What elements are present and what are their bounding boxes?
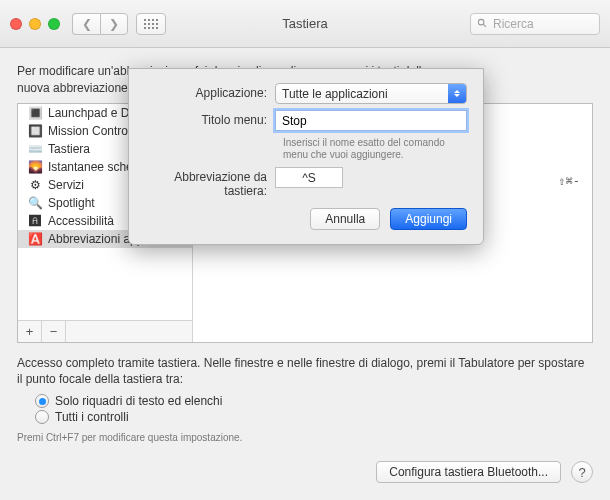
search-field[interactable]: Ricerca (470, 13, 600, 35)
application-label: Applicazione: (145, 83, 275, 100)
window-controls (10, 18, 60, 30)
radio-indicator (35, 410, 49, 424)
launchpad-icon: 🔳 (28, 106, 42, 120)
shortcut-label: Abbreviazione da tastiera: (145, 167, 275, 198)
add-button[interactable]: Aggiungi (390, 208, 467, 230)
app-shortcuts-icon: 🅰️ (28, 232, 42, 246)
shortcut-input[interactable]: ^S (275, 167, 343, 188)
close-window-button[interactable] (10, 18, 22, 30)
search-icon (477, 18, 488, 29)
main-pane: Per modificare un'abbreviazione, fai dop… (0, 48, 610, 500)
keyboard-access-radios: Solo riquadri di testo ed elenchi Tutti … (35, 394, 593, 424)
add-remove-bar: + − (18, 320, 192, 342)
titlebar: ❮ ❯ Tastiera Ricerca (0, 0, 610, 48)
show-all-prefs-button[interactable] (136, 13, 166, 35)
back-button[interactable]: ❮ (72, 13, 100, 35)
help-button[interactable]: ? (571, 461, 593, 483)
menu-title-hint: Inserisci il nome esatto del comando men… (283, 137, 467, 161)
zoom-window-button[interactable] (48, 18, 60, 30)
add-button[interactable]: + (18, 321, 42, 342)
footer-row: Configura tastiera Bluetooth... ? (17, 461, 593, 483)
application-select[interactable]: Tutte le applicazioni (275, 83, 467, 104)
sheet-button-row: Annulla Aggiungi (145, 208, 467, 230)
menu-title-input[interactable] (275, 110, 467, 131)
window-title: Tastiera (282, 16, 328, 31)
services-icon: ⚙︎ (28, 178, 42, 192)
minimize-window-button[interactable] (29, 18, 41, 30)
radio-text-boxes-only[interactable]: Solo riquadri di testo ed elenchi (35, 394, 593, 408)
cancel-button[interactable]: Annulla (310, 208, 380, 230)
spotlight-icon: 🔍 (28, 196, 42, 210)
add-shortcut-sheet: Applicazione: Tutte le applicazioni Tito… (128, 68, 484, 245)
svg-point-0 (478, 19, 484, 25)
select-arrows-icon (448, 84, 466, 103)
menu-title-label: Titolo menu: (145, 110, 275, 127)
remove-button[interactable]: − (42, 321, 66, 342)
search-placeholder: Ricerca (493, 17, 534, 31)
forward-button[interactable]: ❯ (100, 13, 128, 35)
screenshot-icon: 🌄 (28, 160, 42, 174)
keyboard-icon: ⌨️ (28, 142, 42, 156)
radio-all-controls[interactable]: Tutti i controlli (35, 410, 593, 424)
ctrl-f7-hint: Premi Ctrl+F7 per modificare questa impo… (17, 432, 593, 443)
configure-bluetooth-button[interactable]: Configura tastiera Bluetooth... (376, 461, 561, 483)
mission-control-icon: 🔲 (28, 124, 42, 138)
nav-back-forward: ❮ ❯ (72, 13, 128, 35)
svg-line-1 (483, 24, 486, 27)
accessibility-icon: 🅰︎ (28, 214, 42, 228)
existing-shortcut-display: ⇧⌘- (558, 174, 580, 188)
keyboard-access-text: Accesso completo tramite tastiera. Nelle… (17, 355, 593, 389)
radio-indicator (35, 394, 49, 408)
